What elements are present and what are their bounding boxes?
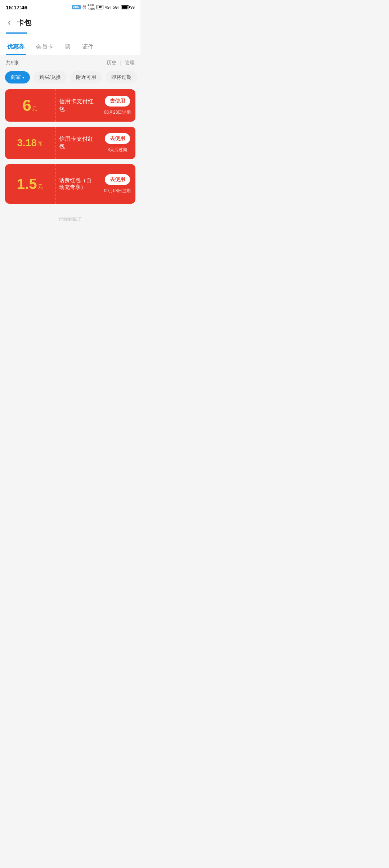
- coupon-2-action: 去使用 3天后过期: [99, 127, 135, 159]
- coupon-amount-section-2: 3.18 元: [5, 127, 55, 159]
- filter-nearby[interactable]: 附近可用: [70, 71, 102, 83]
- manage-link[interactable]: 管理: [125, 60, 135, 66]
- signal-5g-icon: 5G↑: [113, 5, 119, 9]
- tab-member[interactable]: 会员卡: [35, 40, 55, 55]
- coupon-2-unit: 元: [37, 139, 43, 148]
- bottom-end-text: 已经到底了: [5, 209, 135, 233]
- hd-icon: HD: [97, 5, 103, 9]
- coupon-3-name: 话费红包（自动充专享）: [55, 164, 99, 204]
- coupon-2-use-button[interactable]: 去使用: [105, 133, 130, 144]
- coupon-amount-section-1: 6 元: [5, 89, 55, 122]
- signal-4g-icon: 4G↑: [105, 5, 111, 9]
- content-area: 共9张 历史 ｜ 管理 商家 ▾ 购买/兑换 附近可用 即将过期 6 元 信用卡…: [0, 55, 140, 238]
- coupon-amount-section-3: 1.5 元: [5, 164, 55, 204]
- status-icons: VPN ⏰ 4.00KB/S HD 4G↑ 5G↑ 99: [72, 3, 135, 11]
- toolbar: 共9张 历史 ｜ 管理: [5, 60, 135, 66]
- scroll-bar: [6, 32, 27, 34]
- coupon-3-use-button[interactable]: 去使用: [105, 174, 130, 185]
- tabs: 优惠券 会员卡 票 证件: [0, 37, 140, 55]
- coupon-1-expire: 08月28日过期: [104, 109, 131, 116]
- filter-buy[interactable]: 购买/兑换: [33, 71, 67, 83]
- coupon-card-2: 3.18 元 信用卡支付红包 去使用 3天后过期: [5, 127, 135, 159]
- coupon-3-expire: 09月08日过期: [104, 188, 131, 194]
- status-bar: 15:17:46 VPN ⏰ 4.00KB/S HD 4G↑ 5G↑ 99: [0, 0, 140, 13]
- toolbar-actions: 历史 ｜ 管理: [107, 60, 135, 66]
- coupon-card-3: 1.5 元 话费红包（自动充专享） 去使用 09月08日过期: [5, 164, 135, 204]
- back-button[interactable]: ‹: [6, 17, 13, 28]
- coupon-2-name: 信用卡支付红包: [55, 127, 99, 159]
- coupon-3-action: 去使用 09月08日过期: [99, 164, 135, 204]
- header: ‹ 卡包: [0, 13, 140, 32]
- filter-expiring[interactable]: 即将过期: [106, 71, 137, 83]
- tab-ticket[interactable]: 票: [63, 40, 72, 55]
- coupon-1-action: 去使用 08月28日过期: [99, 89, 135, 122]
- alarm-icon: ⏰: [82, 5, 86, 9]
- vpn-icon: VPN: [72, 5, 81, 9]
- coupon-2-amount: 3.18: [17, 138, 37, 148]
- coupon-1-amount: 6: [23, 98, 31, 113]
- scroll-indicator: [0, 32, 140, 37]
- coupon-1-name: 信用卡支付红包: [55, 89, 99, 122]
- coupon-1-use-button[interactable]: 去使用: [105, 96, 130, 107]
- battery-icon: [121, 5, 129, 9]
- filter-bar: 商家 ▾ 购买/兑换 附近可用 即将过期: [5, 71, 135, 83]
- chevron-down-icon: ▾: [22, 76, 24, 80]
- status-time: 15:17:46: [6, 4, 27, 10]
- coupon-1-unit: 元: [32, 104, 37, 113]
- coupon-2-expire: 3天后过期: [108, 147, 128, 153]
- network-speed: 4.00KB/S: [88, 3, 95, 11]
- coupon-3-unit: 元: [38, 182, 43, 191]
- coupon-card-1: 6 元 信用卡支付红包 去使用 08月28日过期: [5, 89, 135, 122]
- tab-coupon[interactable]: 优惠券: [6, 40, 26, 55]
- coupon-count: 共9张: [6, 60, 19, 66]
- page-title: 卡包: [17, 18, 31, 28]
- history-link[interactable]: 历史: [107, 60, 117, 66]
- coupon-3-amount: 1.5: [17, 177, 37, 191]
- tab-id[interactable]: 证件: [81, 40, 95, 55]
- filter-merchant[interactable]: 商家 ▾: [5, 71, 30, 83]
- toolbar-divider: ｜: [118, 60, 123, 66]
- battery-level: 99: [130, 5, 135, 9]
